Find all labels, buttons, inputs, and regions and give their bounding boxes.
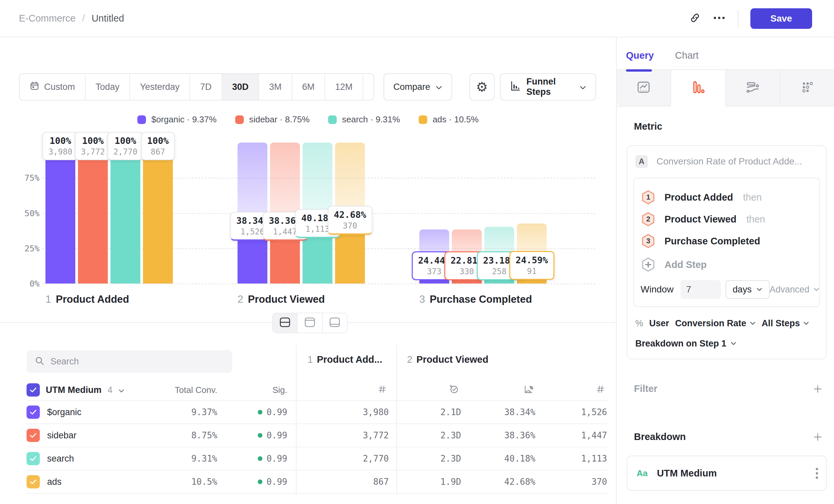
add-step-label: Add Step — [664, 259, 707, 270]
table-row-search[interactable]: search 9.31% 0.99 2,770 2.3D 40.18% 1,11… — [26, 447, 607, 471]
breakdown-on-step-dropdown[interactable]: Breakdown on Step 1 — [635, 339, 820, 349]
chart-type-tab-flow[interactable] — [726, 70, 780, 106]
bar-organic-step1[interactable]: 100% 3,980 — [45, 143, 75, 283]
gridline — [42, 283, 595, 284]
step1-count: 3,980 — [296, 407, 389, 417]
step2-avg-time: 2.1D — [396, 407, 461, 417]
layout-split-button[interactable] — [273, 313, 298, 333]
row-checkbox[interactable] — [26, 452, 40, 465]
row-checkbox[interactable] — [26, 406, 40, 419]
total-conv-header[interactable]: Total Conv. — [139, 385, 217, 395]
sig-header[interactable]: Sig. — [217, 385, 287, 395]
step-number: 2 — [238, 294, 243, 305]
select-all-checkbox[interactable] — [26, 383, 40, 396]
layout-split-icon — [279, 317, 291, 329]
step-number: 2 — [407, 354, 412, 365]
chart-type-tab-retention-dots[interactable] — [780, 70, 834, 106]
conversion-column-header[interactable] — [461, 384, 535, 395]
badge-count: 370 — [334, 221, 366, 231]
step2-count: 1,447 — [535, 430, 607, 440]
table-group-header-step2: 2Product Viewed — [407, 354, 488, 365]
sig-dot-icon — [258, 410, 262, 414]
window-unit-dropdown[interactable]: days — [726, 280, 770, 299]
step-number: 1 — [308, 354, 313, 365]
value-badge: 100% 2,770 — [108, 132, 143, 160]
metric-ref-badge[interactable]: A — [635, 155, 648, 168]
breakdown-property-card[interactable]: Aa UTM Medium — [627, 456, 827, 491]
add-breakdown-button[interactable] — [813, 432, 823, 442]
bar-ads-step3[interactable]: 24.59% 91 — [517, 143, 547, 283]
share-link-button[interactable] — [689, 12, 701, 25]
table-row-ads[interactable]: ads 10.5% 0.99 867 1.9D 42.68% 370 — [26, 471, 607, 494]
search-input[interactable] — [50, 357, 224, 367]
advanced-label: Advanced — [770, 284, 809, 295]
bar-group-step-3: 24.44% 37322.81% 33023.18% 25824.59% 91 — [419, 143, 547, 283]
y-axis-tick: 75% — [12, 173, 40, 183]
sig-value: 0.99 — [217, 454, 287, 463]
tab-chart[interactable]: Chart — [675, 45, 699, 69]
breakdown-column-header[interactable]: UTM Medium — [46, 385, 102, 395]
layout-bottom-button[interactable] — [323, 313, 347, 333]
bar-search-step1[interactable]: 100% 2,770 — [110, 143, 140, 283]
bar-organic-step2[interactable]: 38.34% 1,526 — [238, 143, 267, 283]
avg-time-column-header[interactable] — [396, 384, 461, 395]
step2-conversion: 38.36% — [461, 430, 535, 440]
metric-heading: Metric — [634, 121, 826, 132]
add-step-button[interactable]: Add Step — [641, 254, 813, 275]
tab-query[interactable]: Query — [626, 45, 654, 69]
bar-ads-step1[interactable]: 100% 867 — [143, 143, 173, 283]
row-label: $organic — [47, 407, 82, 417]
advanced-dropdown[interactable]: Advanced — [770, 284, 819, 295]
row-checkbox[interactable] — [26, 429, 40, 442]
layout-toggle-group — [272, 313, 348, 333]
step-number: 3 — [419, 294, 425, 305]
badge-percent: 100% — [48, 135, 72, 147]
query-step-3[interactable]: 3 Purchase Completed — [641, 230, 813, 252]
value-badge: 42.68% 370 — [328, 206, 372, 235]
measure-scope-dropdown[interactable]: All Steps — [762, 318, 809, 328]
step-name: Product Viewed — [416, 354, 488, 365]
panel-tabs: Query Chart — [617, 38, 834, 69]
chart-type-tab-line-chart[interactable] — [617, 70, 671, 106]
table-row-sidebar[interactable]: sidebar 8.75% 0.99 3,772 2.3D 38.36% 1,4… — [26, 424, 607, 447]
measure-metric-dropdown[interactable]: Conversion Rate — [675, 318, 756, 328]
badge-count: 867 — [147, 147, 169, 157]
count-column-header[interactable] — [296, 385, 389, 395]
badge-percent: 42.68% — [334, 209, 366, 221]
step-event-name: Product Added — [664, 192, 733, 203]
chart-percent-icon — [524, 384, 533, 395]
chart-type-tab-funnel-bars[interactable] — [671, 70, 726, 107]
badge-count: 2,770 — [113, 147, 137, 157]
add-filter-button[interactable] — [813, 384, 823, 394]
x-axis-step-label: 3Purchase Completed — [419, 294, 532, 305]
badge-count: 91 — [515, 266, 548, 276]
query-step-1[interactable]: 1 Product Added then — [641, 186, 813, 208]
save-button[interactable]: Save — [750, 8, 812, 29]
window-unit-label: days — [733, 284, 752, 295]
more-options-button[interactable] — [712, 16, 726, 21]
breadcrumb-project[interactable]: E-Commerce — [19, 13, 75, 24]
funnel-chart: 75%50%25%0%100% 3,980100% 3,772100% 2,77… — [0, 38, 616, 323]
line-chart-icon — [636, 80, 651, 96]
layout-top-button[interactable] — [298, 313, 323, 333]
query-step-2[interactable]: 2 Product Viewed then — [641, 208, 813, 230]
measure-entity[interactable]: User — [649, 318, 669, 328]
count-column-header[interactable] — [535, 385, 607, 395]
bar-ads-step2[interactable]: 42.68% 370 — [335, 143, 365, 283]
badge-count: 3,772 — [81, 147, 105, 157]
row-label: sidebar — [47, 430, 76, 441]
table-search[interactable] — [26, 350, 232, 373]
row-checkbox[interactable] — [26, 475, 40, 488]
step2-avg-time: 2.3D — [396, 430, 461, 440]
metric-title[interactable]: Conversion Rate of Product Adde... — [657, 156, 802, 167]
breadcrumb-current[interactable]: Untitled — [92, 13, 124, 24]
bar-sidebar-step1[interactable]: 100% 3,772 — [78, 143, 108, 283]
window-value-input[interactable] — [680, 280, 721, 299]
y-axis-tick: 50% — [12, 208, 40, 218]
kebab-menu-icon[interactable] — [816, 468, 818, 479]
sig-dot-icon — [258, 479, 262, 484]
badge-percent: 100% — [147, 135, 169, 147]
sig-value: 0.99 — [217, 430, 287, 440]
table-row-organic[interactable]: $organic 9.37% 0.99 3,980 2.1D 38.34% 1,… — [26, 401, 607, 424]
table-group-header-step1: 1Product Add... — [308, 354, 382, 365]
